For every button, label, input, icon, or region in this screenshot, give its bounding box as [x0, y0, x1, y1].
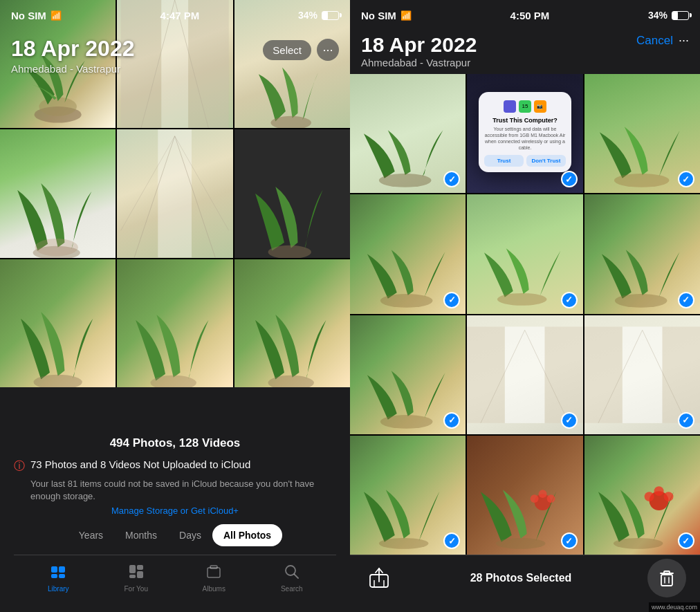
nav-foryou[interactable]: For You — [98, 564, 176, 593]
check-badge — [678, 532, 694, 549]
check-badge — [561, 532, 578, 549]
nav-library[interactable]: Library — [19, 564, 98, 593]
dont-trust-button[interactable]: Don't Trust — [526, 155, 566, 167]
svg-rect-22 — [59, 574, 65, 578]
trust-message: Your settings and data will be accessibl… — [484, 126, 566, 151]
right-photo-cell[interactable] — [467, 194, 582, 313]
svg-point-33 — [380, 294, 433, 308]
cancel-button[interactable]: Cancel — [636, 34, 673, 48]
left-panel: No SIM 📶 4:47 PM 34% 18 Apr 2022 Ahmedab… — [0, 0, 350, 612]
library-label: Library — [48, 585, 69, 593]
svg-rect-61 — [661, 575, 672, 586]
svg-rect-39 — [545, 326, 583, 423]
selected-count: 28 Photos Selected — [470, 572, 572, 584]
trash-button[interactable] — [647, 559, 686, 597]
svg-rect-23 — [129, 565, 136, 573]
right-battery-icon — [672, 11, 689, 20]
right-photo-cell-trust[interactable]: 15 📸 Trust This Computer? Your settings … — [467, 74, 582, 193]
svg-rect-37 — [505, 326, 545, 423]
right-photo-cell[interactable] — [584, 315, 700, 434]
right-photo-cell[interactable] — [350, 436, 466, 555]
watermark: www.deuaq.com — [649, 602, 700, 612]
svg-rect-21 — [51, 574, 57, 578]
nav-search[interactable]: Search — [253, 564, 331, 593]
svg-rect-28 — [210, 566, 217, 568]
svg-rect-42 — [622, 326, 662, 423]
right-photo-cell[interactable] — [584, 194, 700, 313]
right-photo-cell[interactable] — [584, 74, 700, 193]
photo-cell[interactable] — [234, 259, 350, 387]
svg-rect-38 — [467, 326, 505, 423]
left-location: Ahmedabad - Vastrapur — [11, 63, 134, 75]
svg-point-36 — [380, 414, 433, 428]
more-button[interactable]: ··· — [317, 39, 339, 61]
svg-point-31 — [379, 174, 432, 187]
right-panel: No SIM 📶 4:50 PM 34% 18 Apr 2022 Ahmedab… — [350, 0, 700, 612]
tab-days[interactable]: Days — [168, 524, 212, 546]
svg-rect-24 — [137, 565, 143, 570]
warning-icon: ⓘ — [14, 459, 25, 474]
right-photo-cell[interactable] — [584, 436, 700, 555]
tab-allphotos[interactable]: All Photos — [212, 524, 282, 546]
right-photo-cell[interactable] — [350, 74, 466, 193]
select-button[interactable]: Select — [263, 40, 311, 60]
svg-point-57 — [613, 538, 663, 549]
svg-rect-43 — [584, 326, 623, 423]
check-badge — [443, 412, 460, 429]
svg-rect-19 — [51, 566, 57, 573]
wifi-icon: 📶 — [50, 10, 62, 21]
left-date-title: 18 Apr 2022 — [11, 36, 134, 62]
left-status-bar: No SIM 📶 4:47 PM 34% — [0, 0, 350, 30]
left-status-battery: 34% — [298, 10, 339, 21]
check-badge — [561, 412, 578, 429]
warning-detail: Your last 81 items could not be saved in… — [30, 478, 336, 503]
tab-years[interactable]: Years — [68, 524, 114, 546]
right-photo-cell[interactable] — [467, 315, 582, 434]
warning-row: ⓘ 73 Photos and 8 Videos Not Uploaded to… — [14, 458, 336, 474]
svg-point-9 — [35, 239, 78, 256]
svg-rect-26 — [137, 571, 143, 578]
svg-point-52 — [531, 494, 539, 503]
warning-title: 73 Photos and 8 Videos Not Uploaded to i… — [30, 458, 250, 470]
check-badge — [678, 412, 694, 429]
right-photo-cell[interactable] — [350, 315, 466, 434]
battery-icon — [322, 11, 339, 20]
nav-albums[interactable]: Albums — [175, 564, 253, 593]
right-photo-cell[interactable] — [467, 436, 582, 555]
svg-point-51 — [547, 494, 555, 503]
manage-storage-link[interactable]: Manage Storage or Get iCloud+ — [14, 506, 336, 516]
photo-count: 494 Photos, 128 Videos — [14, 436, 336, 450]
right-status-bar: No SIM 📶 4:50 PM 34% — [350, 0, 700, 30]
right-photo-cell[interactable] — [350, 194, 466, 313]
right-more-button[interactable]: ··· — [679, 33, 689, 48]
tab-months[interactable]: Months — [114, 524, 168, 546]
check-badge — [561, 292, 578, 308]
no-sim-label: No SIM — [11, 10, 46, 21]
svg-point-54 — [654, 486, 663, 496]
left-header-buttons: Select ··· — [263, 39, 339, 61]
foryou-label: For You — [125, 585, 148, 593]
check-badge — [678, 292, 694, 308]
right-status-time: 4:50 PM — [510, 10, 550, 21]
svg-rect-20 — [59, 566, 65, 573]
right-photo-grid: 15 📸 Trust This Computer? Your settings … — [350, 74, 700, 555]
library-icon — [50, 564, 66, 583]
svg-point-34 — [497, 293, 547, 306]
svg-point-35 — [614, 294, 667, 308]
trust-title: Trust This Computer? — [484, 117, 566, 124]
albums-icon — [205, 564, 222, 583]
photo-cell[interactable] — [117, 129, 232, 257]
bottom-nav: Library For You — [14, 555, 336, 612]
share-button[interactable] — [364, 563, 394, 593]
photo-cell[interactable] — [0, 129, 116, 257]
svg-point-50 — [539, 490, 547, 498]
photo-cell[interactable] — [117, 259, 232, 387]
right-header-btns: Cancel ··· — [636, 33, 689, 48]
right-location: Ahmedabad - Vastrapur — [361, 57, 477, 68]
search-icon — [284, 564, 300, 583]
photo-cell[interactable] — [0, 259, 116, 387]
photo-cell[interactable] — [234, 129, 350, 257]
left-status-time: 4:47 PM — [160, 10, 200, 21]
trust-button[interactable]: Trust — [484, 155, 524, 167]
right-date-title: 18 Apr 2022 — [361, 33, 477, 57]
